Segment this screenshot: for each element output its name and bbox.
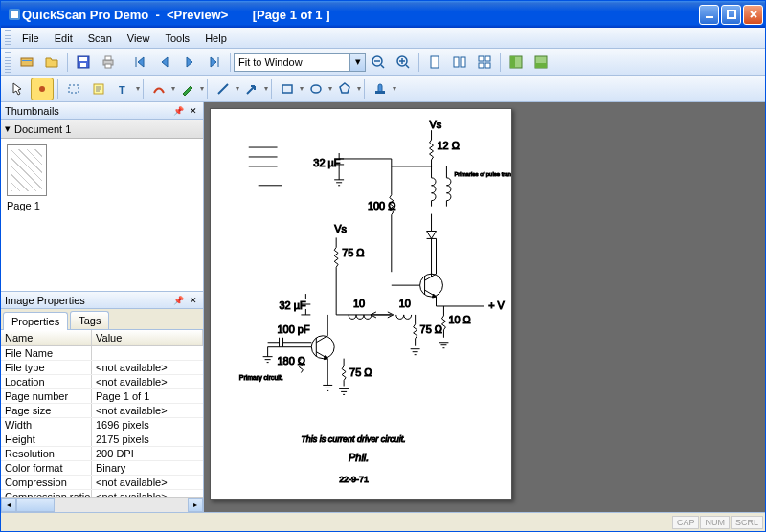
statusbar: CAP NUM SCRL: [1, 512, 765, 531]
prop-value: <not available>: [92, 361, 203, 374]
prop-name: File type: [1, 361, 92, 374]
menu-edit[interactable]: Edit: [47, 31, 80, 46]
table-row[interactable]: Page numberPage 1 of 1: [1, 389, 203, 404]
rectangle-shape-tool[interactable]: [276, 78, 299, 100]
svg-rect-4: [21, 58, 33, 66]
prop-value: 2175 pixels: [92, 432, 203, 446]
line-tool[interactable]: [212, 78, 235, 100]
svg-point-31: [311, 85, 321, 93]
menu-tools[interactable]: Tools: [157, 31, 197, 46]
main-toolbar: Fit to Window ▾: [1, 49, 765, 76]
menubar-grip[interactable]: [5, 30, 11, 47]
menu-scan[interactable]: Scan: [80, 31, 120, 46]
svg-text:75 Ω: 75 Ω: [349, 366, 372, 378]
prop-name: Resolution: [1, 447, 92, 460]
view-thumbs-button[interactable]: [473, 51, 496, 74]
zoom-select[interactable]: Fit to Window ▾: [234, 53, 366, 72]
title-sep1: -: [148, 8, 167, 22]
table-row[interactable]: Resolution200 DPI: [1, 447, 203, 461]
zoom-out-button[interactable]: [367, 51, 390, 74]
table-row[interactable]: File type<not available>: [1, 361, 203, 375]
page-last-button[interactable]: [203, 51, 226, 74]
scan-button[interactable]: [15, 51, 38, 74]
thumbnail-item[interactable]: Page 1: [1, 139, 203, 217]
print-button[interactable]: [97, 51, 120, 74]
svg-rect-8: [80, 63, 86, 67]
scroll-right-icon[interactable]: ▸: [188, 498, 203, 512]
stamp-tool[interactable]: [369, 78, 392, 100]
maximize-button[interactable]: [721, 5, 741, 25]
table-row[interactable]: File Name: [1, 346, 203, 361]
view-single-button[interactable]: [423, 51, 446, 74]
save-button[interactable]: [72, 51, 95, 74]
table-row[interactable]: Compression<not available>: [1, 476, 203, 490]
panel-toggle-2[interactable]: [529, 51, 552, 74]
page-next-button[interactable]: [178, 51, 201, 74]
close-panel-icon[interactable]: ✕: [188, 105, 199, 117]
app-icon: [7, 7, 22, 22]
svg-text:75 Ω: 75 Ω: [342, 247, 364, 258]
svg-rect-24: [535, 63, 547, 68]
toolbar-grip[interactable]: [5, 52, 11, 73]
svg-text:T: T: [119, 84, 125, 96]
close-panel-icon[interactable]: ✕: [188, 295, 199, 306]
prop-name: Compression: [1, 476, 92, 489]
pen-tool[interactable]: [176, 78, 199, 100]
highlight-tool[interactable]: [31, 78, 54, 100]
note-tool[interactable]: [87, 78, 110, 100]
svg-rect-30: [282, 85, 292, 93]
tab-tags[interactable]: Tags: [70, 311, 109, 329]
arrow-tool[interactable]: [240, 78, 263, 100]
svg-rect-20: [485, 63, 490, 68]
table-row[interactable]: Compression ratio<not available>: [1, 490, 203, 497]
svg-text:22-9-71: 22-9-71: [339, 475, 369, 484]
table-row[interactable]: Color formatBinary: [1, 461, 203, 476]
page-prev-button[interactable]: [153, 51, 176, 74]
preview-area[interactable]: Vs 12 Ω 32 µF 100 Ω Primaries of pulse t…: [204, 102, 765, 512]
view-multi-button[interactable]: [448, 51, 471, 74]
pin-icon[interactable]: 📌: [172, 295, 184, 306]
pin-icon[interactable]: 📌: [172, 105, 184, 117]
svg-text:10: 10: [353, 298, 365, 309]
properties-header: Image Properties 📌 ✕: [1, 292, 203, 309]
svg-rect-18: [485, 56, 490, 61]
menu-help[interactable]: Help: [197, 31, 235, 46]
horizontal-scrollbar[interactable]: ◂ ▸: [1, 497, 203, 512]
polygon-tool[interactable]: [333, 78, 356, 100]
tab-properties[interactable]: Properties: [3, 312, 68, 330]
open-button[interactable]: [40, 51, 63, 74]
panel-toggle-1[interactable]: [505, 51, 528, 74]
dropdown-icon[interactable]: ▾: [349, 54, 365, 71]
pointer-tool[interactable]: [6, 78, 29, 100]
prop-value: 200 DPI: [92, 447, 203, 460]
scroll-left-icon[interactable]: ◂: [1, 498, 16, 512]
title-doc: <Preview>: [167, 8, 228, 22]
annotation-toolbar: T ▾ ▾ ▾ ▾ ▾ ▾ ▾ ▾ ▾: [1, 76, 765, 102]
freehand-tool[interactable]: [147, 78, 170, 100]
svg-rect-19: [479, 63, 484, 68]
svg-rect-5: [22, 60, 32, 61]
table-row[interactable]: Height2175 pixels: [1, 432, 203, 447]
svg-text:12 Ω: 12 Ω: [437, 140, 459, 151]
close-button[interactable]: [743, 5, 763, 25]
menu-file[interactable]: File: [14, 31, 47, 46]
text-tool[interactable]: T: [112, 78, 135, 100]
svg-point-48: [311, 336, 334, 359]
prop-name: File Name: [1, 346, 92, 360]
zoom-select-value: Fit to Window: [238, 56, 303, 68]
document-bar[interactable]: ▾ Document 1: [1, 120, 203, 139]
menu-view[interactable]: View: [120, 31, 158, 46]
minimize-button[interactable]: [699, 5, 719, 25]
prop-value: Binary: [92, 461, 203, 475]
svg-text:75 Ω: 75 Ω: [420, 323, 442, 335]
scroll-thumb[interactable]: [16, 498, 55, 512]
table-row[interactable]: Location<not available>: [1, 375, 203, 389]
rect-tool[interactable]: [62, 78, 85, 100]
table-row[interactable]: Width1696 pixels: [1, 418, 203, 432]
zoom-in-button[interactable]: [392, 51, 415, 74]
page-first-button[interactable]: [128, 51, 151, 74]
svg-text:This is current driver circuit: This is current driver circuit.: [301, 434, 405, 444]
table-row[interactable]: Page size<not available>: [1, 404, 203, 418]
ellipse-tool[interactable]: [304, 78, 327, 100]
svg-text:32 µF: 32 µF: [280, 299, 306, 311]
